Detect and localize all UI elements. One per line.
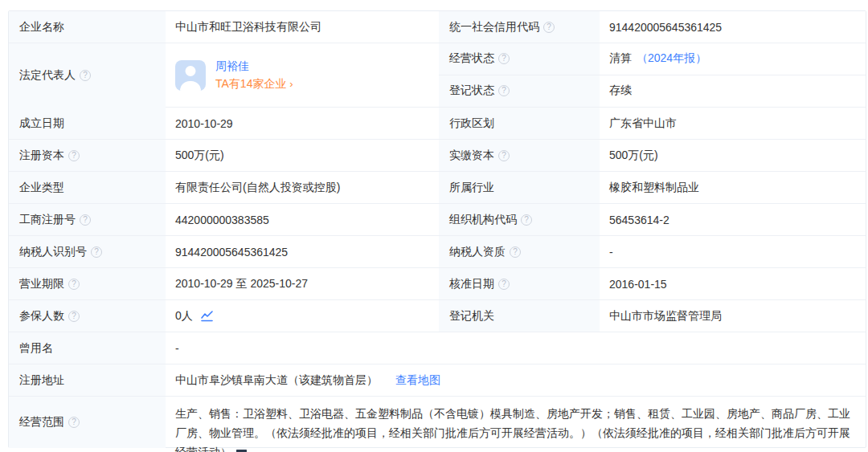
establish-date-label: 成立日期 xyxy=(9,108,166,139)
rep-companies-link[interactable]: TA有14家企业 › xyxy=(215,76,293,92)
admin-division-value: 广东省中山市 xyxy=(600,108,866,139)
help-icon[interactable]: ? xyxy=(91,246,102,258)
approval-date-value: 2016-01-15 xyxy=(600,268,866,299)
help-icon[interactable]: ? xyxy=(68,417,80,428)
registration-authority-value: 中山市市场监督管理局 xyxy=(600,300,866,332)
industry-label: 所属行业 xyxy=(439,172,600,203)
trend-chart-icon[interactable] xyxy=(201,311,214,322)
help-icon[interactable]: ? xyxy=(498,150,510,161)
company-name-label: 企业名称 xyxy=(9,11,166,43)
help-icon[interactable]: ? xyxy=(498,85,510,96)
business-term-label: 营业期限 ? xyxy=(9,268,166,299)
business-reg-no-label: 工商注册号 ? xyxy=(9,204,166,235)
row-registered-capital: 注册资本 ? 500万(元) 实缴资本 ? 500万(元) xyxy=(9,140,866,172)
paid-in-capital-value: 500万(元) xyxy=(600,140,866,171)
registered-address-value: 中山市阜沙镇阜南大道（该建筑物首层） 查看地图 xyxy=(166,364,866,396)
legal-rep-value: 周裕佳 TA有14家企业 › xyxy=(166,43,439,107)
row-business-term: 营业期限 ? 2010-10-29 至 2025-10-27 核准日期 ? 20… xyxy=(9,268,866,300)
avatar-head xyxy=(186,66,196,76)
status-stack: 经营状态 ? 清算 （2024年报） 登记状态 ? 存续 xyxy=(439,43,866,107)
help-icon[interactable]: ? xyxy=(80,70,91,81)
approval-date-label: 核准日期 ? xyxy=(439,268,600,299)
company-type-label: 企业类型 xyxy=(9,172,166,203)
help-icon[interactable]: ? xyxy=(543,22,555,33)
row-taxpayer-id: 纳税人识别号 ? 914420005645361425 纳税人资质 ? - xyxy=(9,236,866,268)
avatar[interactable] xyxy=(175,60,206,91)
registered-capital-label: 注册资本 ? xyxy=(9,140,166,171)
business-reg-no-value: 442000000383585 xyxy=(166,204,439,235)
operating-status-value: 清算 （2024年报） xyxy=(600,43,866,75)
annual-report-link[interactable]: （2024年报） xyxy=(637,51,706,66)
company-name-value: 中山市和旺卫浴科技有限公司 xyxy=(166,11,439,43)
row-registration-status: 登记状态 ? 存续 xyxy=(439,75,866,108)
legal-rep-name-link[interactable]: 周裕佳 xyxy=(215,59,293,73)
registration-status-label: 登记状态 ? xyxy=(439,75,600,108)
credit-code-value: 914420005645361425 xyxy=(600,11,866,43)
operating-status-label: 经营状态 ? xyxy=(439,43,600,75)
insured-count-label: 参保人数 ? xyxy=(9,300,166,332)
row-registered-address: 注册地址 中山市阜沙镇阜南大道（该建筑物首层） 查看地图 xyxy=(9,364,866,397)
help-icon[interactable]: ? xyxy=(68,150,80,161)
help-icon[interactable]: ? xyxy=(510,246,521,258)
org-code-value: 56453614-2 xyxy=(600,204,866,235)
business-scope-value: 生产、销售：卫浴塑料、卫浴电器、五金塑料制品（不含电镀）模具制造、房地产开发；销… xyxy=(166,397,866,448)
row-operating-status: 经营状态 ? 清算 （2024年报） xyxy=(439,43,866,75)
chevron-right-icon: › xyxy=(289,78,293,90)
view-map-link[interactable]: 查看地图 xyxy=(395,373,440,388)
org-code-label: 组织机构代码 ? xyxy=(439,204,600,235)
company-type-value: 有限责任公司(自然人投资或控股) xyxy=(166,172,439,203)
row-business-scope: 经营范围 ? 生产、销售：卫浴塑料、卫浴电器、五金塑料制品（不含电镀）模具制造、… xyxy=(9,397,866,448)
row-establish-date: 成立日期 2010-10-29 行政区划 广东省中山市 xyxy=(9,108,866,140)
registration-status-value: 存续 xyxy=(600,75,866,108)
help-icon[interactable]: ? xyxy=(498,53,510,64)
row-company-type: 企业类型 有限责任公司(自然人投资或控股) 所属行业 橡胶和塑料制品业 xyxy=(9,172,866,204)
establish-date-value: 2010-10-29 xyxy=(166,108,439,139)
row-business-reg-no: 工商注册号 ? 442000000383585 组织机构代码 ? 5645361… xyxy=(9,204,866,236)
taxpayer-qualification-value: - xyxy=(600,236,866,267)
taxpayer-qualification-label: 纳税人资质 ? xyxy=(439,236,600,267)
help-icon[interactable]: ? xyxy=(80,214,91,226)
avatar-body xyxy=(180,81,201,91)
row-former-name: 曾用名 - xyxy=(9,332,866,364)
help-icon[interactable]: ? xyxy=(521,214,532,226)
label-text: 企业名称 xyxy=(19,20,64,35)
registered-capital-value: 500万(元) xyxy=(166,140,439,171)
help-icon[interactable]: ? xyxy=(68,311,80,322)
taxpayer-id-label: 纳税人识别号 ? xyxy=(9,236,166,267)
company-info-table: 企业名称 中山市和旺卫浴科技有限公司 统一社会信用代码 ? 9144200056… xyxy=(8,10,866,448)
row-insured-count: 参保人数 ? 0人 登记机关 中山市市场监督管理局 xyxy=(9,300,866,332)
help-icon[interactable]: ? xyxy=(498,279,510,290)
former-name-value: - xyxy=(166,332,866,364)
business-term-value: 2010-10-29 至 2025-10-27 xyxy=(166,268,439,299)
admin-division-label: 行政区划 xyxy=(439,108,600,139)
paid-in-capital-label: 实缴资本 ? xyxy=(439,140,600,171)
row-legal-rep: 法定代表人 ? 周裕佳 TA有14家企业 › 经营状态 ? xyxy=(9,43,866,108)
expand-menu-icon[interactable] xyxy=(236,444,248,452)
legal-rep-label: 法定代表人 ? xyxy=(9,43,166,108)
business-scope-label: 经营范围 ? xyxy=(9,397,166,448)
registration-authority-label: 登记机关 xyxy=(439,300,600,332)
insured-count-value: 0人 xyxy=(166,300,439,332)
credit-code-label: 统一社会信用代码 ? xyxy=(439,11,600,43)
row-company-name: 企业名称 中山市和旺卫浴科技有限公司 统一社会信用代码 ? 9144200056… xyxy=(9,11,866,43)
taxpayer-id-value: 914420005645361425 xyxy=(166,236,439,267)
registered-address-label: 注册地址 xyxy=(9,364,166,396)
industry-value: 橡胶和塑料制品业 xyxy=(600,172,866,203)
help-icon[interactable]: ? xyxy=(68,279,80,290)
former-name-label: 曾用名 xyxy=(9,332,166,364)
